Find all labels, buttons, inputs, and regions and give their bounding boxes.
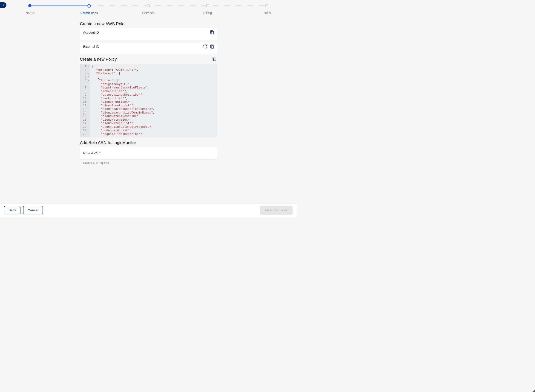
- wizard-footer: Back Cancel Next: Services: [0, 203, 297, 217]
- code-line: "cloudsearch:DescribeDomains",: [92, 107, 155, 111]
- code-line: "athena:List*",: [92, 90, 155, 93]
- code-line: "Statement": [: [92, 72, 155, 75]
- gutter-line: 4▾: [82, 75, 89, 79]
- step-services[interactable]: Services: [139, 4, 158, 15]
- copy-icon: [212, 56, 217, 62]
- gutter-line: 3▾: [82, 72, 89, 75]
- code-line: "cloudfront:Get*",: [92, 100, 155, 104]
- regenerate-external-id-button[interactable]: [203, 44, 208, 49]
- role-arn-label: Role ARN *: [83, 151, 214, 155]
- create-policy-heading: Create a new Policy: [80, 57, 117, 62]
- code-line: "Version": "2012-10-17",: [92, 68, 155, 72]
- code-line: "cloudsearch:ListDomainNames",: [92, 111, 155, 115]
- gutter-line: 10: [82, 97, 89, 100]
- external-id-label: External ID: [83, 45, 214, 48]
- code-line: "cloudfront:List*",: [92, 104, 155, 107]
- step-label: Name: [26, 11, 34, 15]
- gutter-line: 1▾: [82, 65, 89, 68]
- gutter-line: 7: [82, 86, 89, 90]
- gutter-line: 16: [82, 118, 89, 122]
- refresh-icon: [203, 44, 208, 50]
- editor-gutter: 1▾23▾4▾5▾67891011121314151617181920: [80, 64, 90, 137]
- code-line: "autoscaling:Describe*",: [92, 93, 155, 97]
- gutter-line: 5▾: [82, 79, 89, 83]
- fold-caret-icon[interactable]: ▾: [87, 79, 89, 83]
- code-line: {: [92, 65, 155, 68]
- code-line: "cognito-idp:Describe*",: [92, 132, 155, 136]
- chevron-left-icon: [2, 3, 4, 7]
- code-line: "Action": [: [92, 79, 155, 83]
- step-dot: [265, 4, 268, 7]
- gutter-line: 15: [82, 114, 89, 118]
- back-button[interactable]: Back: [4, 206, 20, 214]
- external-id-card: External ID: [80, 42, 217, 54]
- code-line: "codebuild:BatchGetProjects",: [92, 125, 155, 129]
- create-role-heading: Create a new AWS Role: [80, 22, 217, 26]
- code-line: "cloudwatch:Describe*",: [92, 114, 155, 118]
- fold-caret-icon[interactable]: ▾: [87, 65, 89, 68]
- step-label: Permissions: [80, 11, 98, 15]
- step-label: Finish: [262, 11, 271, 15]
- code-line: "appstream:DescribeFleets",: [92, 86, 155, 90]
- copy-icon: [210, 44, 214, 50]
- gutter-line: 6: [82, 83, 89, 86]
- main-scroll[interactable]: Create a new AWS Role Account ID Externa…: [0, 16, 297, 203]
- next-button: Next: Services: [260, 206, 293, 215]
- copy-policy-button[interactable]: [212, 57, 217, 62]
- copy-external-id-button[interactable]: [209, 44, 215, 49]
- gutter-line: 17: [82, 121, 89, 125]
- svg-rect-2: [213, 58, 216, 61]
- gutter-line: 12: [82, 104, 89, 107]
- code-line: "codebuild:List*",: [92, 129, 155, 132]
- step-label: Services: [142, 11, 155, 15]
- cancel-button[interactable]: Cancel: [23, 206, 43, 214]
- account-id-label: Account ID: [83, 31, 214, 34]
- step-finish[interactable]: Finish: [258, 4, 276, 15]
- gutter-line: 9: [82, 93, 89, 97]
- sidebar-expand-button[interactable]: [0, 2, 6, 8]
- step-label: Billing: [203, 11, 212, 15]
- code-line: {: [92, 75, 155, 79]
- step-dot: [206, 4, 209, 7]
- step-name[interactable]: Name: [21, 4, 39, 15]
- fold-caret-icon[interactable]: ▾: [87, 72, 89, 75]
- gutter-line: 13: [82, 107, 89, 111]
- step-dot: [28, 4, 32, 7]
- copy-account-id-button[interactable]: [209, 30, 215, 35]
- gutter-line: 2: [82, 68, 89, 72]
- role-arn-input[interactable]: Role ARN *: [80, 147, 217, 159]
- gutter-line: 19: [82, 129, 89, 132]
- editor-code[interactable]: { "Version": "2012-10-17", "Statement": …: [90, 64, 157, 137]
- gutter-line: 18: [82, 125, 89, 129]
- wizard-stepper: NamePermissionsServicesBillingFinish: [28, 4, 269, 16]
- code-line: "cloudwatch:List*",: [92, 121, 155, 125]
- svg-rect-1: [211, 46, 213, 48]
- policy-code-editor[interactable]: 1▾23▾4▾5▾67891011121314151617181920 { "V…: [80, 64, 217, 137]
- code-line: "cloudwatch:Get*",: [92, 118, 155, 122]
- gutter-line: 8: [82, 90, 89, 93]
- fold-caret-icon[interactable]: ▾: [87, 75, 89, 79]
- gutter-line: 14: [82, 111, 89, 115]
- gutter-line: 20: [82, 132, 89, 136]
- svg-rect-0: [211, 32, 213, 34]
- add-arn-heading: Add Role ARN to LogicMonitor: [80, 140, 217, 145]
- code-line: "backup:List*",: [92, 97, 155, 100]
- copy-icon: [210, 30, 214, 35]
- code-line: "apigateway:GET",: [92, 83, 155, 86]
- step-billing[interactable]: Billing: [199, 4, 217, 15]
- gutter-line: 11: [82, 100, 89, 104]
- account-id-card: Account ID: [80, 28, 217, 40]
- step-dot: [87, 4, 91, 8]
- role-arn-hint: Role ARN is required: [83, 161, 217, 164]
- step-dot: [147, 4, 150, 7]
- step-permissions[interactable]: Permissions: [80, 4, 99, 15]
